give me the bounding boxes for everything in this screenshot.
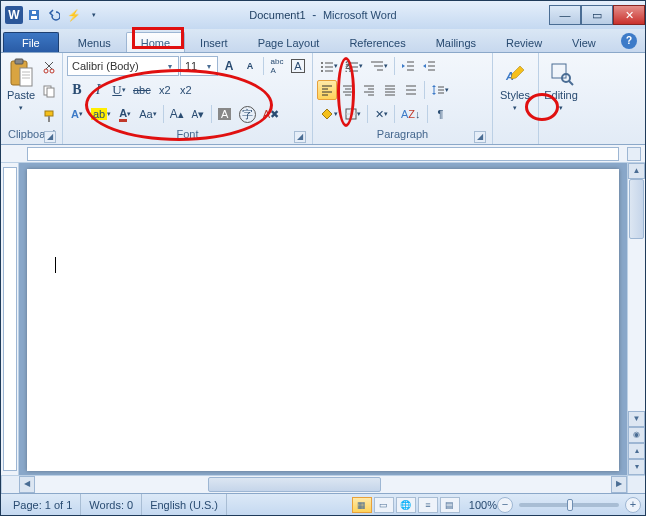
increase-indent-button[interactable] [419, 56, 439, 76]
view-print-layout-icon[interactable]: ▦ [352, 497, 372, 513]
shrink-font-button[interactable]: A [240, 56, 260, 76]
underline-button[interactable]: U▾ [109, 80, 129, 100]
status-page[interactable]: Page: 1 of 1 [5, 494, 81, 515]
next-page-icon[interactable]: ▾ [628, 459, 645, 475]
styles-group-label [497, 128, 534, 144]
show-hide-button[interactable]: ¶ [431, 104, 451, 124]
align-left-button[interactable] [317, 80, 337, 100]
enclose-characters-button[interactable]: 字 [236, 104, 259, 124]
line-spacing-button[interactable]: ▾ [428, 80, 452, 100]
align-center-button[interactable] [338, 80, 358, 100]
svg-line-11 [46, 62, 53, 69]
paste-icon [6, 58, 36, 88]
document-page[interactable] [27, 169, 619, 471]
view-outline-icon[interactable]: ≡ [418, 497, 438, 513]
scroll-left-icon[interactable]: ◀ [19, 476, 35, 493]
prev-page-icon[interactable]: ▴ [628, 443, 645, 459]
window-title: Document1 - Microsoft Word [1, 8, 645, 22]
tab-mailings[interactable]: Mailings [421, 32, 491, 52]
vertical-scrollbar[interactable]: ▲ ▼ ◉ ▴ ▾ [627, 163, 645, 475]
status-words[interactable]: Words: 0 [81, 494, 142, 515]
phonetic-guide-button[interactable]: abcA [267, 56, 287, 76]
sort-button[interactable]: AZ↓ [398, 104, 424, 124]
editing-button[interactable]: Editing▾ [543, 55, 579, 128]
font-launcher[interactable]: ◢ [294, 131, 306, 143]
character-border-button[interactable]: A [288, 56, 308, 76]
help-icon[interactable]: ? [621, 33, 637, 49]
italic-button[interactable]: I [88, 80, 108, 100]
browse-object-icon[interactable]: ◉ [628, 427, 645, 443]
svg-point-21 [321, 70, 323, 72]
tab-insert[interactable]: Insert [185, 32, 243, 52]
scroll-down-icon[interactable]: ▼ [628, 411, 645, 427]
zoom-out-button[interactable]: − [497, 497, 513, 513]
align-right-button[interactable] [359, 80, 379, 100]
editing-group-label [543, 128, 585, 144]
asian-layout-button[interactable]: ✕▾ [371, 104, 391, 124]
cut-button[interactable] [39, 57, 59, 77]
styles-button[interactable]: A Styles▾ [497, 55, 533, 128]
strikethrough-button[interactable]: abc [130, 80, 154, 100]
format-painter-button[interactable] [39, 106, 59, 126]
clipboard-launcher[interactable]: ◢ [44, 131, 56, 143]
multilevel-list-button[interactable]: ▾ [367, 56, 391, 76]
copy-button[interactable] [39, 81, 59, 101]
paragraph-group-label: Paragraph [377, 128, 428, 140]
superscript-button[interactable]: x2 [176, 80, 196, 100]
tab-references[interactable]: References [334, 32, 420, 52]
distributed-button[interactable] [401, 80, 421, 100]
bold-button[interactable]: B [67, 80, 87, 100]
text-cursor [55, 257, 56, 273]
svg-rect-15 [45, 111, 53, 116]
svg-line-67 [569, 81, 573, 85]
svg-rect-65 [552, 64, 566, 78]
grow-font-button[interactable]: A [219, 56, 239, 76]
svg-point-9 [44, 69, 48, 73]
hscroll-thumb[interactable] [208, 477, 381, 492]
bullets-button[interactable]: ▾ [317, 56, 341, 76]
view-web-layout-icon[interactable]: 🌐 [396, 497, 416, 513]
grow-font2-button[interactable]: A▴ [167, 104, 187, 124]
font-color-button[interactable]: A▾ [115, 104, 135, 124]
tab-review[interactable]: Review [491, 32, 557, 52]
svg-point-17 [321, 62, 323, 64]
numbering-button[interactable]: 123▾ [342, 56, 366, 76]
scroll-right-icon[interactable]: ▶ [611, 476, 627, 493]
character-shading-button[interactable]: A [215, 104, 235, 124]
zoom-level[interactable]: 100% [469, 499, 497, 511]
decrease-indent-button[interactable] [398, 56, 418, 76]
svg-point-10 [50, 69, 54, 73]
svg-rect-5 [20, 68, 32, 86]
font-size-combo[interactable]: 11▾ [180, 56, 218, 76]
zoom-in-button[interactable]: + [625, 497, 641, 513]
tab-file[interactable]: File [3, 32, 59, 52]
horizontal-ruler[interactable] [1, 145, 645, 163]
shading-button[interactable]: ▾ [317, 104, 341, 124]
shrink-font2-button[interactable]: A▾ [188, 104, 208, 124]
tab-home[interactable]: Home [126, 32, 185, 52]
vertical-ruler[interactable] [1, 163, 19, 475]
borders-button[interactable]: ▾ [342, 104, 364, 124]
horizontal-scrollbar[interactable]: ◀ ▶ [1, 475, 645, 493]
tab-view[interactable]: View [557, 32, 611, 52]
align-justify-button[interactable] [380, 80, 400, 100]
tab-menus[interactable]: Menus [63, 32, 126, 52]
text-effects-button[interactable]: A▾ [67, 104, 87, 124]
subscript-button[interactable]: x2 [155, 80, 175, 100]
font-name-combo[interactable]: Calibri (Body)▾ [67, 56, 179, 76]
clear-formatting-button[interactable]: A✖ [260, 104, 282, 124]
paragraph-launcher[interactable]: ◢ [474, 131, 486, 143]
change-case-button[interactable]: Aa▾ [136, 104, 159, 124]
zoom-slider[interactable] [519, 503, 619, 507]
view-draft-icon[interactable]: ▤ [440, 497, 460, 513]
styles-icon: A [500, 58, 530, 88]
status-language[interactable]: English (U.S.) [142, 494, 227, 515]
highlight-button[interactable]: ab▾ [88, 104, 114, 124]
view-full-screen-icon[interactable]: ▭ [374, 497, 394, 513]
scroll-thumb[interactable] [629, 179, 644, 239]
tab-page-layout[interactable]: Page Layout [243, 32, 335, 52]
ruler-toggle[interactable] [627, 147, 641, 161]
paste-button[interactable]: Paste▾ [5, 55, 37, 128]
svg-rect-14 [47, 88, 54, 97]
scroll-up-icon[interactable]: ▲ [628, 163, 645, 179]
